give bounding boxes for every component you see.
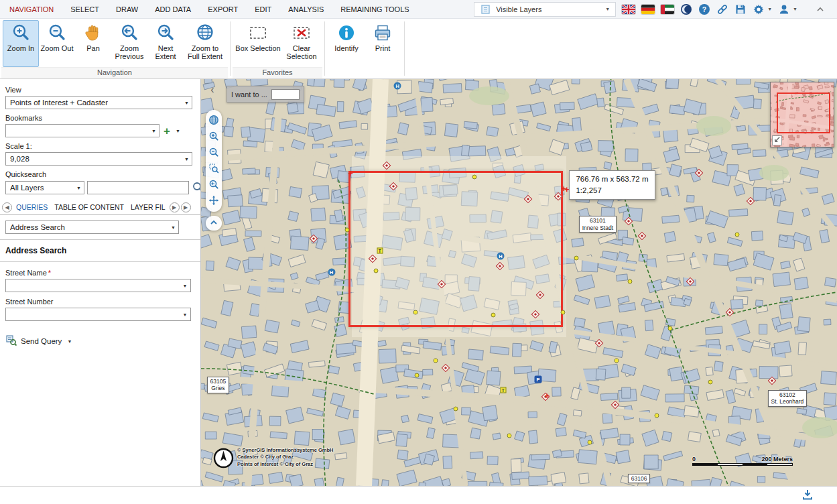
pan-button[interactable]: Pan: [75, 20, 111, 67]
bookmarks-select[interactable]: ▼: [5, 124, 159, 137]
layer-sheet-icon: [480, 3, 492, 15]
english-flag-button[interactable]: [622, 5, 635, 14]
street-number-input[interactable]: [6, 308, 180, 320]
arabic-flag-button[interactable]: [661, 5, 674, 14]
box-selection-label: Box Selection: [235, 44, 280, 52]
user-caret-icon[interactable]: ▼: [793, 7, 797, 11]
map-toolbar-collapse-button[interactable]: [206, 216, 222, 231]
menu-item-edit[interactable]: EDIT: [255, 5, 271, 13]
map-zoom-out-button[interactable]: [207, 146, 220, 160]
next-extent-button[interactable]: Next Extent: [147, 20, 184, 67]
box-selection-button[interactable]: Box Selection: [234, 20, 282, 67]
print-button[interactable]: Print: [365, 20, 401, 67]
view-select[interactable]: Points of Interest + Cadaster ▼: [5, 96, 192, 109]
street-name-input[interactable]: [6, 279, 180, 292]
street-name-combobox[interactable]: ▼: [5, 279, 191, 292]
street-number-combobox[interactable]: ▼: [5, 308, 191, 321]
download-tray-icon: [801, 493, 814, 503]
visible-layers-label: Visible Layers: [496, 5, 541, 13]
bookmark-menu-caret-icon[interactable]: ▼: [174, 127, 182, 135]
chevron-down-icon: ▼: [184, 157, 189, 162]
add-bookmark-button[interactable]: +: [162, 125, 172, 137]
german-flag-button[interactable]: [641, 5, 655, 14]
quicksearch-input[interactable]: [87, 181, 189, 194]
scale-select[interactable]: 9,028 ▼: [5, 152, 192, 166]
send-query-button[interactable]: Send Query ▼: [5, 334, 72, 348]
map-pan-button[interactable]: [207, 194, 220, 208]
tab-table-of-content[interactable]: TABLE OF CONTENT: [52, 201, 127, 213]
overview-map[interactable]: [770, 82, 834, 147]
help-icon[interactable]: ?: [698, 3, 710, 15]
zoom-full-extent-button[interactable]: Zoom to Full Extent: [184, 20, 227, 67]
menu-item-export[interactable]: EXPORT: [208, 5, 238, 13]
map-copyright: © SynerGIS Informationssysteme GmbH Cada…: [237, 447, 333, 468]
tooltip-dimensions: 766.76 m x 563.72 m: [576, 174, 648, 185]
identify-button[interactable]: Identify: [328, 20, 365, 67]
ribbon-separator: [230, 21, 231, 76]
magnifier-box-icon: [208, 163, 219, 176]
divider: [0, 261, 200, 262]
map-globe-button[interactable]: [207, 114, 220, 127]
scalebar-bar: [692, 463, 793, 466]
sidebar-collapse-button[interactable]: ‹: [206, 83, 218, 97]
zoom-in-label: Zoom In: [7, 44, 34, 52]
overview-toggle-button[interactable]: [772, 135, 782, 145]
info-circle-icon: [336, 23, 357, 43]
chevron-down-icon: ▼: [76, 186, 81, 190]
scalebar-distance-label: 200 Meters: [761, 456, 793, 462]
magnifier-minus-icon: [208, 147, 219, 160]
bottom-bar: [0, 486, 837, 504]
tab-overflow-button[interactable]: ▶: [181, 202, 191, 212]
i-want-to-input[interactable]: [271, 89, 300, 100]
query-section-title: Address Search: [5, 246, 195, 255]
tab-scroll-right-button[interactable]: ▶: [170, 202, 180, 212]
magnifier-plus-icon: [11, 23, 31, 43]
street-number-caret-button[interactable]: ▼: [180, 308, 190, 320]
content-area: View Points of Interest + Cadaster ▼ Boo…: [0, 79, 837, 486]
menu-item-add-data[interactable]: ADD DATA: [155, 5, 191, 13]
download-button[interactable]: [801, 489, 814, 502]
copyright-line: © SynerGIS Informationssysteme GmbH: [237, 447, 333, 454]
zoom-previous-button[interactable]: Zoom Previous: [111, 20, 147, 67]
menu-item-analysis[interactable]: ANALYSIS: [288, 5, 324, 13]
dashed-rect-icon: [248, 23, 268, 43]
tab-queries[interactable]: QUERIES: [13, 201, 50, 213]
menu-item-navigation[interactable]: NAVIGATION: [9, 5, 54, 13]
tab-scroll-left-button[interactable]: ◀: [2, 202, 12, 212]
settings-caret-icon[interactable]: ▼: [767, 7, 772, 11]
collapse-ribbon-icon[interactable]: [814, 3, 826, 15]
divider: [0, 239, 200, 240]
zoom-out-button[interactable]: Zoom Out: [39, 20, 75, 67]
zoom-full-extent-label: Zoom to Full Extent: [185, 44, 225, 61]
map-viewport[interactable]: HHHPTT+++ 63101Innere Stadt63105Gries631…: [201, 79, 837, 486]
ribbon-toolbar: Zoom In Zoom Out Pan Zoom Previous Next …: [0, 19, 837, 79]
globe-grid-icon: [195, 23, 215, 43]
ribbon-group-label-tools: [327, 76, 402, 78]
settings-gear-icon[interactable]: [753, 3, 765, 15]
quicksearch-button[interactable]: [192, 180, 201, 195]
map-zoom-in-button[interactable]: [207, 130, 220, 143]
query-select[interactable]: Address Search ▼: [5, 220, 179, 234]
clear-selection-button[interactable]: Clear Selection: [282, 20, 321, 67]
menubar-right-controls: Visible Layers ▼ ?: [474, 2, 830, 17]
zoom-in-button[interactable]: Zoom In: [3, 20, 39, 67]
night-mode-icon[interactable]: [680, 3, 692, 15]
save-icon[interactable]: [734, 3, 747, 15]
grid-magnifier-green-icon: [5, 334, 17, 348]
share-link-icon[interactable]: [716, 3, 728, 15]
menu-item-select[interactable]: SELECT: [70, 5, 99, 13]
tab-layer-filter[interactable]: LAYER FIL: [128, 201, 168, 213]
menu-item-remaining-tools[interactable]: REMAINING TOOLS: [340, 5, 409, 13]
quicksearch-layer-select[interactable]: All Layers ▼: [5, 181, 84, 194]
i-want-to-widget[interactable]: I want to ...: [227, 86, 304, 103]
user-account-icon[interactable]: [778, 3, 790, 15]
visible-layers-dropdown[interactable]: Visible Layers ▼: [474, 2, 616, 17]
map-zoom-previous-button[interactable]: [207, 178, 220, 192]
measurement-tooltip: 766.76 m x 563.72 m 1:2,257: [569, 170, 655, 200]
menubar: NAVIGATION SELECT DRAW ADD DATA EXPORT E…: [0, 0, 837, 19]
menu-item-draw[interactable]: DRAW: [116, 5, 138, 13]
street-name-caret-button[interactable]: ▼: [180, 279, 190, 292]
four-arrows-icon: [208, 195, 219, 208]
north-arrow: [213, 448, 234, 468]
map-zoom-box-button[interactable]: [207, 162, 220, 176]
